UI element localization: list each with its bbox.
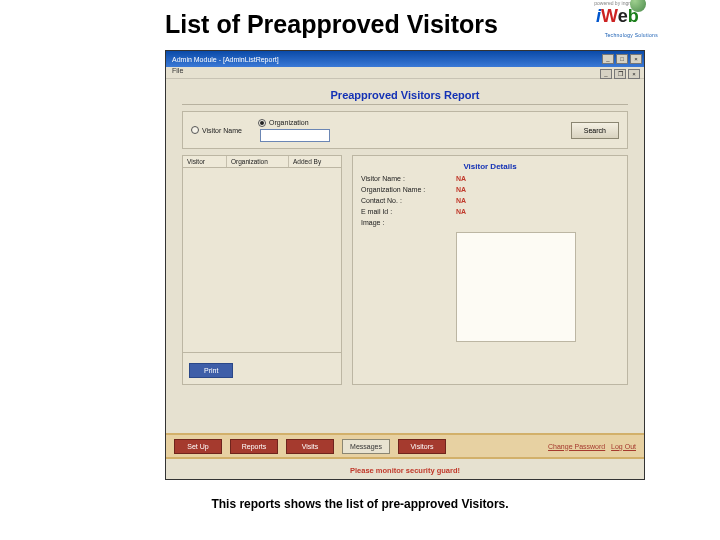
right-links: Change Password Log Out: [548, 443, 636, 450]
report-title: Preapproved Visitors Report: [166, 89, 644, 101]
details-title: Visitor Details: [361, 162, 619, 171]
menubar: File: [166, 67, 644, 79]
detail-label: Visitor Name :: [361, 175, 456, 182]
mdi-minimize-button[interactable]: _: [600, 69, 612, 79]
detail-row-contact-no: Contact No. : NA: [361, 197, 619, 204]
detail-label: Organization Name :: [361, 186, 456, 193]
slide-caption: This reports shows the list of pre-appro…: [0, 497, 720, 511]
nav-reports-button[interactable]: Reports: [230, 439, 278, 454]
detail-row-org-name: Organization Name : NA: [361, 186, 619, 193]
detail-value: NA: [456, 197, 466, 204]
slide-title: List of Preapproved Visitors: [165, 10, 498, 39]
detail-value: NA: [456, 175, 466, 182]
detail-label: Contact No. :: [361, 197, 456, 204]
visitor-image-box: [456, 232, 576, 342]
radio-icon: [258, 119, 266, 127]
detail-row-email: E mail Id : NA: [361, 208, 619, 215]
nav-visits-button[interactable]: Visits: [286, 439, 334, 454]
col-added-by[interactable]: Added By: [289, 156, 341, 167]
ticker-message: Please monitor security guard!: [166, 466, 644, 475]
detail-label: E mail Id :: [361, 208, 456, 215]
logo-tagline-bottom: Technology Solutions: [605, 32, 658, 38]
change-password-link[interactable]: Change Password: [548, 443, 605, 450]
bottom-nav-bar: Set Up Reports Visits Messages Visitors …: [166, 433, 644, 459]
radio-visitor-name[interactable]: Visitor Name: [191, 126, 242, 134]
close-button[interactable]: ×: [630, 54, 642, 64]
mdi-restore-button[interactable]: ❐: [614, 69, 626, 79]
print-button[interactable]: Print: [189, 363, 233, 378]
radio-organization[interactable]: Organization: [258, 119, 309, 127]
minimize-button[interactable]: _: [602, 54, 614, 64]
nav-visitors-button[interactable]: Visitors: [398, 439, 446, 454]
list-body[interactable]: [183, 168, 341, 353]
radio-visitor-label: Visitor Name: [202, 127, 242, 134]
list-header: Visitor Organization Added By: [183, 156, 341, 168]
nav-setup-button[interactable]: Set Up: [174, 439, 222, 454]
titlebar: Admin Module - [AdminListReport] _ □ ×: [166, 51, 644, 67]
window-title: Admin Module - [AdminListReport]: [168, 56, 279, 63]
col-organization[interactable]: Organization: [227, 156, 289, 167]
col-visitor[interactable]: Visitor: [183, 156, 227, 167]
visitor-list-panel: Visitor Organization Added By Print: [182, 155, 342, 385]
search-input[interactable]: [260, 129, 330, 142]
app-window: Admin Module - [AdminListReport] _ □ × F…: [165, 50, 645, 480]
search-panel: Visitor Name Organization Search: [182, 111, 628, 149]
mdi-close-button[interactable]: ×: [628, 69, 640, 79]
radio-org-label: Organization: [269, 119, 309, 126]
detail-label: Image :: [361, 219, 456, 226]
divider: [182, 104, 628, 105]
detail-row-image: Image :: [361, 219, 619, 226]
nav-messages-button[interactable]: Messages: [342, 439, 390, 454]
logout-link[interactable]: Log Out: [611, 443, 636, 450]
detail-value: NA: [456, 208, 466, 215]
search-button[interactable]: Search: [571, 122, 619, 139]
detail-row-visitor-name: Visitor Name : NA: [361, 175, 619, 182]
menu-file[interactable]: File: [172, 67, 183, 78]
visitor-details-panel: Visitor Details Visitor Name : NA Organi…: [352, 155, 628, 385]
maximize-button[interactable]: □: [616, 54, 628, 64]
radio-icon: [191, 126, 199, 134]
logo: iWeb: [596, 6, 648, 34]
detail-value: NA: [456, 186, 466, 193]
